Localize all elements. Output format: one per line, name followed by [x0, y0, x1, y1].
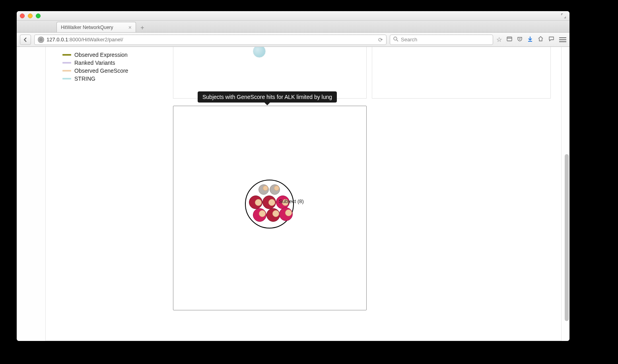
back-button[interactable] — [20, 35, 31, 45]
genescore-marker — [263, 186, 268, 191]
cluster-label: Subject (8) — [279, 198, 304, 204]
site-identity-icon — [38, 37, 44, 43]
legend-label: Observed Expression — [74, 52, 128, 58]
minimize-window-button[interactable] — [28, 14, 33, 18]
window-titlebar — [17, 11, 569, 21]
search-bar[interactable]: Search — [390, 35, 493, 45]
genescore-marker — [259, 210, 266, 217]
chat-icon[interactable] — [548, 36, 554, 43]
legend-label: Observed GeneScore — [74, 68, 128, 74]
legend-swatch — [62, 62, 71, 64]
pocket-icon[interactable] — [517, 36, 523, 43]
downloads-icon[interactable] — [527, 36, 533, 43]
fullscreen-icon[interactable] — [561, 13, 566, 19]
tooltip-text: Subjects with GeneScore hits for ALK lim… — [202, 94, 332, 100]
legend-swatch — [62, 78, 71, 79]
new-tab-button[interactable]: + — [138, 23, 147, 32]
network-panel-upper[interactable] — [173, 47, 367, 99]
tab-title: HitWalker NetworkQuery — [61, 25, 113, 30]
reload-icon[interactable]: ⟳ — [378, 37, 383, 43]
svg-rect-2 — [507, 37, 512, 41]
genescore-marker — [285, 209, 292, 216]
tab-strip: HitWalker NetworkQuery × + — [17, 21, 569, 33]
subject-node[interactable] — [258, 184, 269, 195]
search-placeholder: Search — [401, 37, 417, 43]
address-bar[interactable]: 127.0.0.1:8000/HitWalker2/panel/ ⟳ — [34, 35, 387, 45]
browser-window: HitWalker NetworkQuery × + 127.0.0.1:800… — [17, 11, 569, 341]
library-icon[interactable] — [507, 36, 512, 43]
home-icon[interactable] — [538, 36, 544, 43]
url-port: :8000 — [68, 37, 81, 43]
legend-item: Observed Expression — [62, 51, 128, 59]
subject-node[interactable] — [270, 184, 280, 195]
zoom-window-button[interactable] — [36, 14, 41, 18]
legend-item: Observed GeneScore — [62, 67, 128, 75]
subject-cluster[interactable]: Subject (8) — [245, 180, 294, 228]
side-panel — [372, 47, 551, 99]
legend-item: Ranked Variants — [62, 59, 128, 67]
url-path: /HitWalker2/panel/ — [81, 37, 123, 43]
subject-node[interactable] — [266, 208, 280, 222]
genescore-marker — [272, 210, 279, 217]
genescore-marker — [255, 199, 262, 206]
subject-node[interactable] — [249, 196, 262, 209]
app-content: Observed Expression Ranked Variants Obse… — [45, 47, 562, 341]
svg-point-0 — [394, 37, 397, 40]
genescore-marker — [274, 186, 279, 191]
navigation-toolbar: 127.0.0.1:8000/HitWalker2/panel/ ⟳ Searc… — [17, 33, 569, 47]
subject-node[interactable] — [253, 208, 266, 222]
bookmark-star-icon[interactable]: ☆ — [496, 36, 502, 43]
gene-node[interactable] — [253, 47, 266, 58]
search-icon — [393, 37, 398, 43]
legend-label: Ranked Variants — [74, 60, 115, 66]
menu-icon[interactable] — [559, 37, 566, 42]
page-viewport: Observed Expression Ranked Variants Obse… — [17, 47, 569, 341]
legend-item: STRING — [62, 75, 128, 83]
toolbar-icons: ☆ — [496, 36, 566, 43]
subject-node[interactable] — [279, 207, 293, 221]
url-host: 127.0.0.1 — [47, 37, 68, 43]
close-tab-icon[interactable]: × — [128, 24, 132, 31]
legend-swatch — [62, 54, 71, 56]
legend: Observed Expression Ranked Variants Obse… — [62, 51, 128, 83]
window-controls — [20, 14, 41, 18]
svg-line-1 — [396, 40, 398, 41]
genescore-marker — [268, 199, 275, 206]
subjects-panel[interactable]: Subject (8) — [173, 106, 367, 310]
browser-tab[interactable]: HitWalker NetworkQuery × — [56, 22, 136, 32]
panel-tooltip: Subjects with GeneScore hits for ALK lim… — [198, 91, 337, 103]
close-window-button[interactable] — [20, 14, 25, 18]
vertical-scrollbar[interactable] — [565, 154, 569, 321]
legend-swatch — [62, 70, 71, 72]
subject-node[interactable] — [262, 196, 276, 209]
legend-label: STRING — [74, 76, 95, 82]
